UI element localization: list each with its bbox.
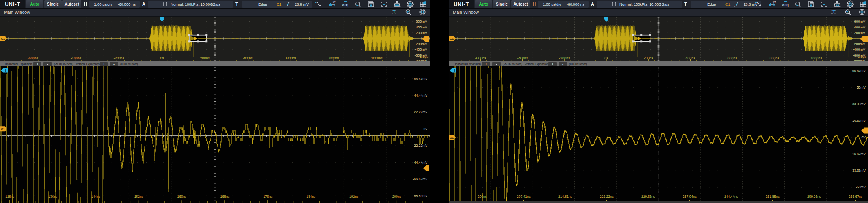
screen-capture-icon[interactable]	[380, 0, 389, 8]
window-layout-icon[interactable]	[859, 0, 868, 8]
pulse-icon	[611, 1, 617, 8]
zoom-waveform-plot[interactable]: 66.67mV50mV33.33mV16.67mV0V-16.67mV-33.3…	[449, 66, 868, 203]
settings-icon[interactable]	[846, 0, 855, 8]
vertical-expand-plus-button[interactable]: +	[548, 62, 557, 66]
zoom-waveform-plot[interactable]: 66.67mV44.44mV22.22mV0V-22.22mV-44.44mV-…	[0, 66, 430, 203]
zoom-x-label: 168ns	[220, 195, 229, 199]
horizontal-offset: -60.000 ns	[567, 1, 584, 8]
run-state-button[interactable]: Auto	[26, 0, 43, 8]
screenshot-pair: UNI-T Auto Single Autoset H 1.00 μs/div …	[0, 0, 868, 203]
horizontal-label: H	[84, 0, 87, 8]
print-icon[interactable]	[393, 0, 402, 8]
horizontal-expand-minus-button[interactable]: -	[492, 62, 501, 66]
zoom-box-handle[interactable]	[205, 34, 207, 36]
text-annotation-icon[interactable]: T	[830, 9, 840, 17]
vertical-expand-plus-button[interactable]: +	[100, 62, 108, 66]
acquire-settings[interactable]: Normal, 100kPts, 10.00GSa/s	[148, 1, 233, 8]
window-title: Main Window	[453, 9, 479, 16]
vertical-expand-minus-button[interactable]: -	[559, 62, 567, 66]
rising-edge-icon	[284, 1, 292, 8]
zoom-in-icon[interactable]: +	[405, 9, 414, 17]
zoom-box-handle[interactable]	[197, 34, 199, 36]
zoom-x-label: 192ns	[349, 195, 358, 199]
zoom-box-handle[interactable]	[197, 40, 199, 42]
zoom-box-handle[interactable]	[188, 34, 190, 36]
horizontal-expand-plus-button[interactable]: +	[482, 62, 490, 66]
search-icon[interactable]	[794, 0, 803, 8]
zoom-y-label: -88.89mV	[413, 194, 427, 198]
zoom-x-label: 200ns	[392, 195, 401, 199]
decay-waveform-icon[interactable]	[314, 0, 324, 8]
acq-icon[interactable]: Acq	[781, 0, 790, 8]
zoom-in-icon[interactable]: +	[844, 9, 854, 17]
measure-icon[interactable]: MT	[328, 0, 337, 8]
zoom-box-handle[interactable]	[632, 34, 634, 36]
window-layout-icon[interactable]	[419, 0, 428, 8]
zoom-x-label: 251.85ns	[766, 195, 780, 199]
settings-icon[interactable]	[406, 0, 415, 8]
icon-graphic: MT	[328, 0, 336, 8]
zoom-y-label: 22.22mV	[414, 110, 427, 114]
run-state-button[interactable]: Auto	[475, 0, 492, 8]
icon-graphic: Acq	[781, 0, 789, 8]
zoom-y-label: -16.67mV	[851, 152, 866, 156]
oscilloscope-screen-right: UNI-T Auto Single Autoset H 1.00 μs/div …	[449, 0, 868, 203]
acq-icon[interactable]: Acq	[341, 0, 350, 8]
main-window-titlebar: Main Window T+	[0, 9, 430, 17]
search-icon[interactable]	[354, 0, 363, 8]
zoom-box-handle[interactable]	[632, 40, 634, 42]
horizontal-expand-plus-button[interactable]: +	[33, 62, 41, 66]
window-settings-icon[interactable]	[419, 9, 428, 17]
acquire-settings[interactable]: Normal, 100kPts, 10.00GSa/s	[597, 1, 682, 8]
vertical-expansion-label: Vertical Expansion	[76, 61, 100, 66]
screen-capture-icon[interactable]	[820, 0, 829, 8]
window-settings-icon[interactable]	[859, 9, 868, 17]
icon-graphic	[794, 0, 802, 8]
horizontal-settings[interactable]: 1.00 μs/div -60.000 ns	[89, 1, 140, 8]
trigger-settings[interactable]: Edge C1 28.8 mV	[691, 1, 761, 8]
trigger-type: Edge	[707, 1, 716, 8]
trigger-source: C1	[725, 1, 730, 8]
print-icon[interactable]	[833, 0, 842, 8]
icon-graphic	[419, 9, 427, 15]
zoom-x-label: 184ns	[306, 195, 315, 199]
icon-graphic	[833, 0, 842, 8]
zoom-box-handle[interactable]	[649, 34, 651, 36]
trigger-settings[interactable]: Edge C1 28.8 mV	[242, 1, 312, 8]
trigger-label: T	[235, 0, 238, 8]
overview-y-label: 600mV	[854, 19, 865, 23]
zoom-box-handle[interactable]	[649, 40, 651, 42]
horizontal-offset: -60.000 ns	[118, 1, 136, 8]
pulse-icon	[162, 1, 168, 8]
trigger-source: C1	[277, 1, 281, 8]
autoset-button[interactable]: Autoset	[62, 0, 81, 8]
expansion-bar: Horizontal Expansion + - (25.163xZoom) V…	[449, 61, 868, 66]
autoset-button[interactable]: Autoset	[511, 0, 530, 8]
single-button[interactable]: Single	[44, 0, 62, 8]
zoom-box-handle[interactable]	[205, 40, 207, 42]
zoom-x-label: 229.63ns	[641, 195, 655, 199]
measure-icon[interactable]: MT	[768, 0, 777, 8]
icon-graphic	[820, 0, 828, 8]
uni-t-logo: UNI-T	[0, 0, 25, 8]
zoom-box-handle[interactable]	[640, 34, 642, 36]
decay-waveform-icon[interactable]	[755, 0, 764, 8]
vertical-expansion-label: Vertical Expansion	[525, 61, 548, 66]
zoom-box-handle[interactable]	[188, 40, 190, 42]
vertical-expand-minus-button[interactable]: -	[110, 62, 118, 66]
overview-y-label: -400mV	[853, 47, 865, 51]
save-icon[interactable]	[807, 0, 816, 8]
overview-y-label: -600mV	[853, 53, 865, 57]
text-annotation-icon[interactable]: T	[390, 9, 400, 17]
horizontal-settings[interactable]: 1.00 μs/div -60.000 ns	[538, 1, 589, 8]
vertical-zoom-value: (0.000xZoom)	[120, 61, 138, 66]
horizontal-expand-minus-button[interactable]: -	[43, 62, 52, 66]
overview-waveform-plot[interactable]: -600ns-400ns-200ns0s200ns400ns600ns800ns…	[449, 17, 868, 61]
zoom-y-label: -33.33mV	[851, 169, 866, 173]
single-button[interactable]: Single	[493, 0, 510, 8]
overview-waveform-plot[interactable]: -600ns-400ns-200ns0s200ns400ns600ns800ns…	[0, 17, 430, 61]
save-icon[interactable]	[367, 0, 376, 8]
zoom-box-handle[interactable]	[640, 40, 642, 42]
edge-arrow-shape	[287, 3, 289, 5]
pulse-shape	[611, 2, 617, 6]
